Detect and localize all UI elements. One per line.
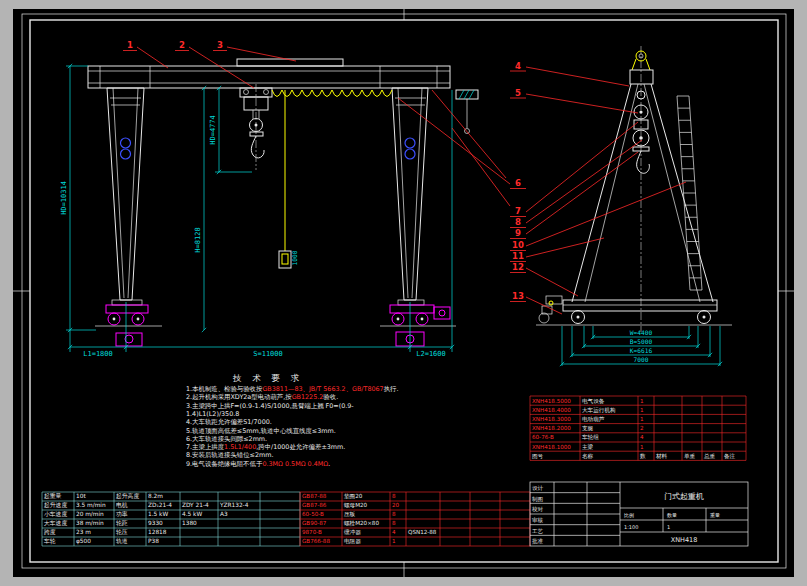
table-cell: GB766-88 xyxy=(302,538,330,544)
balloon-12: 12 xyxy=(512,262,524,272)
title-field-value: 1 xyxy=(667,524,670,530)
table-cell: 车轮 xyxy=(43,538,56,545)
balloon-10: 10 xyxy=(512,240,524,250)
table-cell: 2 xyxy=(640,425,644,431)
table-cell: 轮压 xyxy=(116,528,128,536)
table-cell: 1 xyxy=(640,398,644,404)
title-block-label: 审核 xyxy=(532,517,544,523)
table-cell: XNH418.1000 xyxy=(532,444,571,450)
table-cell: 9330 xyxy=(148,520,163,526)
table-cell: 38 m/min xyxy=(76,520,104,526)
table-cell: 小车速度 xyxy=(44,511,67,518)
balloon-5: 5 xyxy=(515,88,521,98)
table-cell: 60-76-B xyxy=(532,434,554,440)
table-cell: 8 xyxy=(392,493,396,499)
table-cell: 起升高度 xyxy=(116,493,139,500)
table-cell: XNH418.2000 xyxy=(532,425,571,431)
table-cell: 60-50-B xyxy=(302,511,324,517)
dim-l1: L1=1800 xyxy=(83,350,113,358)
title-block-label: 工艺 xyxy=(532,528,544,534)
title-block-label: 制图 xyxy=(532,496,543,503)
table-cell: QSN12-88 xyxy=(408,529,437,535)
drawing-title: 门式起重机 xyxy=(664,492,704,501)
balloon-8: 8 xyxy=(515,217,521,227)
table-cell: 4 xyxy=(640,434,644,440)
table-cell: 电阻器 xyxy=(344,538,361,545)
table-cell: 支腿 xyxy=(582,425,594,432)
table-cell: 1 xyxy=(392,538,396,544)
table-cell: 功率 xyxy=(116,511,128,517)
table-cell: 总重 xyxy=(703,453,716,459)
dim-span: S=11000 xyxy=(253,350,283,358)
table-cell: 10t xyxy=(76,493,86,499)
table-cell: 大车运行机构 xyxy=(582,407,616,414)
notes-title: 技 术 要 求 xyxy=(232,373,303,383)
note-line: 4.大车轨距允许偏差S1/7000. xyxy=(186,418,272,426)
table-cell: XNH418.4000 xyxy=(532,407,571,413)
table-cell: 车轮组 xyxy=(582,434,599,441)
balloon-6: 6 xyxy=(515,178,521,188)
title-field-value: 1:100 xyxy=(624,524,638,530)
balloon-3: 3 xyxy=(217,40,223,50)
table-cell: GB87-86 xyxy=(302,502,327,508)
table-cell: 轨道 xyxy=(116,538,128,544)
table-cell: GB87-88 xyxy=(302,493,327,499)
balloon-7: 7 xyxy=(515,206,521,216)
balloon-9: 9 xyxy=(515,228,521,238)
table-cell: 8.2m xyxy=(148,493,163,499)
table-cell: A3 xyxy=(220,511,228,517)
title-field-label: 重量 xyxy=(710,512,720,518)
table-cell: φ500 xyxy=(76,538,91,545)
title-block-label: 设计 xyxy=(532,485,544,491)
title-block-label: 校对 xyxy=(531,506,544,512)
dim-pendant: 1000 xyxy=(291,250,298,265)
note-line: 1.本机制造、检验与验收按GB3811—83、JB/T 5663.2、GB/T8… xyxy=(186,385,399,393)
table-cell: 大车速度 xyxy=(44,520,67,527)
title-field-label: 比例 xyxy=(624,512,634,519)
balloon-2: 2 xyxy=(179,40,185,50)
table-cell: XNH418.5000 xyxy=(532,398,571,404)
table-cell: 起升速度 xyxy=(44,502,67,509)
table-cell: 电动葫芦 xyxy=(582,416,605,423)
table-cell: 1 xyxy=(640,407,644,413)
table-cell: 20 m/min xyxy=(76,511,104,517)
table-cell: 材料 xyxy=(655,453,668,460)
table-cell: 23 m xyxy=(76,529,91,535)
table-cell: 12818 xyxy=(148,529,167,535)
note-line: 6.大车轨道接头间隙≤2mm. xyxy=(186,435,267,443)
note-line: 8.安装后轨道接头错位≤2mm. xyxy=(186,451,274,459)
table-cell: 压板 xyxy=(344,511,356,517)
note-line: 5.轨道顶面高低差≤5mm,轨道中心线直线度≤3mm. xyxy=(186,427,336,435)
table-cell: 4.5 kW xyxy=(182,511,202,517)
dim-b: B=5000 xyxy=(630,338,653,345)
title-field-label: 数量 xyxy=(667,512,677,518)
note-line: 2.起升机构采用XDY2a型电动葫芦,按GB1225.2验收. xyxy=(186,393,338,401)
table-cell: 缓冲器 xyxy=(344,529,361,536)
title-block-label: 批准 xyxy=(532,538,544,545)
note-line: 1.4)L1(L2)/350.8 xyxy=(186,410,239,418)
table-cell: 跨度 xyxy=(44,529,56,536)
table-cell: 螺母M20 xyxy=(344,502,368,508)
note-line: 9.电气设备绝缘电阻不低于0.3MΩ 0.5MΩ 0.4MΩ. xyxy=(186,460,330,468)
balloon-1: 1 xyxy=(127,40,133,50)
drawing-code: XNH418 xyxy=(671,536,698,544)
table-cell: 9870-B xyxy=(302,529,322,535)
table-cell: P38 xyxy=(148,538,159,544)
table-cell: 名称 xyxy=(582,453,594,460)
dim-main-height: H=8128 xyxy=(194,227,202,252)
balloon-11: 11 xyxy=(512,251,524,261)
note-line: 7.主梁上拱度1.5L1/400,跨中/1000处允许偏差±3mm. xyxy=(186,443,345,451)
table-cell: 1 xyxy=(640,444,644,450)
dim-total-height: HD=10314 xyxy=(60,181,68,215)
balloon-4: 4 xyxy=(515,61,521,71)
table-cell: 垫圈20 xyxy=(344,493,363,500)
dim-w: W=4400 xyxy=(630,329,653,336)
note-line: 3.主梁跨中上拱F=(0.9-1.4)S/1000,悬臂端上翘 F0=(0.9- xyxy=(186,402,354,410)
table-cell: GB90-87 xyxy=(302,520,327,526)
table-cell: 螺栓M20×80 xyxy=(344,520,379,527)
table-cell: 1.5 kW xyxy=(148,511,168,517)
table-cell: ZD₁21-4 xyxy=(148,502,172,508)
cad-canvas[interactable]: HD=10314 H=8128 HD=4774 1000 L1=1800 S=1… xyxy=(0,0,807,586)
table-cell: 备注 xyxy=(724,453,736,460)
dim-hook-height: HD=4774 xyxy=(209,115,217,145)
